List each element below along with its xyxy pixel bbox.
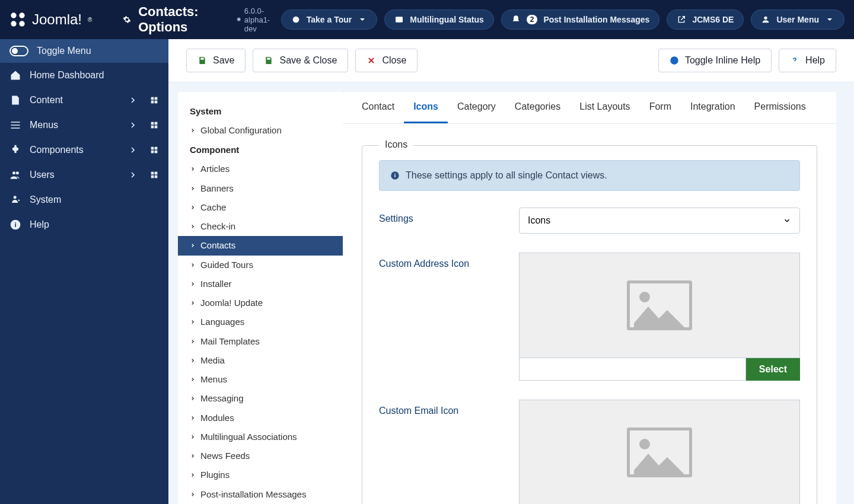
svg-rect-11 xyxy=(151,122,154,125)
save-close-button[interactable]: Save & Close xyxy=(253,49,348,72)
nav-guided-tours[interactable]: Guided Tours xyxy=(178,256,343,275)
nav-news-feeds[interactable]: News Feeds xyxy=(178,446,343,465)
options-nav: System Global Configuration Component Ar… xyxy=(178,92,343,504)
sidebar-item-help[interactable]: iHelp xyxy=(0,212,168,237)
svg-rect-15 xyxy=(151,147,154,150)
site-link-pill[interactable]: JCMS6 DE xyxy=(667,9,744,30)
sidebar-item-menus[interactable]: Menus xyxy=(0,113,168,138)
nav-mail-templates[interactable]: Mail Templates xyxy=(178,332,343,351)
brand[interactable]: Joomla! ® xyxy=(9,11,113,28)
sidebar-item-content[interactable]: Content xyxy=(0,88,168,113)
svg-point-6 xyxy=(764,17,767,20)
help-button[interactable]: Help xyxy=(779,49,836,72)
tab-categories[interactable]: Categories xyxy=(505,92,570,123)
nav-link-label: Contacts xyxy=(200,240,235,251)
sidebar-item-label: Help xyxy=(30,219,49,230)
nav-modules[interactable]: Modules xyxy=(178,409,343,428)
tabs: ContactIconsCategoryCategoriesList Layou… xyxy=(343,92,836,124)
icons-fieldset: Icons i These settings apply to all sing… xyxy=(362,145,817,504)
bell-icon xyxy=(511,15,521,24)
tab-contact[interactable]: Contact xyxy=(352,92,404,123)
svg-text:i: i xyxy=(14,221,16,228)
sidebar-item-users[interactable]: Users xyxy=(0,162,168,187)
address-media-preview[interactable] xyxy=(519,253,800,358)
nav-link-label: Mail Templates xyxy=(200,336,260,347)
tab-panel: ContactIconsCategoryCategoriesList Layou… xyxy=(343,92,836,504)
nav-link-label: Media xyxy=(200,355,225,366)
nav-joomla-update[interactable]: Joomla! Update xyxy=(178,294,343,312)
nav-menus[interactable]: Menus xyxy=(178,370,343,389)
svg-rect-14 xyxy=(155,126,158,129)
nav-media[interactable]: Media xyxy=(178,351,343,370)
save-close-label: Save & Close xyxy=(279,55,337,66)
info-icon: i xyxy=(390,171,400,180)
nav-post-installation-messages[interactable]: Post-installation Messages xyxy=(178,485,343,504)
site-link-label: JCMS6 DE xyxy=(692,15,734,24)
nav-link-label: Joomla! Update xyxy=(200,297,263,309)
close-button[interactable]: Close xyxy=(355,49,418,72)
svg-point-31 xyxy=(639,292,650,302)
chevron-right-icon xyxy=(190,262,196,268)
nav-banners[interactable]: Banners xyxy=(178,179,343,198)
chevron-down-icon xyxy=(358,15,367,24)
nav-articles[interactable]: Articles xyxy=(178,160,343,178)
settings-select[interactable]: Icons xyxy=(519,208,800,234)
nav-link-label: Installer xyxy=(200,278,232,290)
nav-languages[interactable]: Languages xyxy=(178,312,343,331)
user-icon xyxy=(761,15,770,24)
tab-list-layouts[interactable]: List Layouts xyxy=(570,92,639,123)
custom-address-row: Custom Address Icon Select xyxy=(379,253,800,381)
multilingual-pill[interactable]: Multilingual Status xyxy=(384,9,493,30)
email-media-preview[interactable] xyxy=(519,400,800,504)
nav-link-label: Cache xyxy=(200,202,226,213)
address-select-button[interactable]: Select xyxy=(746,358,800,381)
nav-link-label: Messaging xyxy=(200,393,244,404)
sidebar-item-home-dashboard[interactable]: Home Dashboard xyxy=(0,63,168,88)
svg-rect-18 xyxy=(155,151,158,154)
page-title-area: Contacts: Options xyxy=(123,4,210,35)
svg-text:i: i xyxy=(394,173,396,178)
user-menu-label: User Menu xyxy=(776,15,819,24)
toggle-inline-help-button[interactable]: Toggle Inline Help xyxy=(658,49,772,72)
chevron-right-icon xyxy=(190,434,196,440)
chevron-right-icon xyxy=(128,95,138,105)
svg-point-0 xyxy=(11,12,16,18)
toggle-menu[interactable]: Toggle Menu xyxy=(0,39,168,63)
nav-link-label: Plugins xyxy=(200,469,230,481)
version: 6.0.0-alpha1-dev xyxy=(236,7,281,33)
tab-integration[interactable]: Integration xyxy=(681,92,745,123)
map-icon xyxy=(291,15,301,24)
nav-installer[interactable]: Installer xyxy=(178,275,343,294)
sidebar-item-system[interactable]: System xyxy=(0,187,168,212)
nav-multilingual-associations[interactable]: Multilingual Associations xyxy=(178,428,343,446)
brand-text: Joomla! xyxy=(32,11,82,28)
users-icon xyxy=(9,169,21,181)
nav-contacts[interactable]: Contacts xyxy=(178,236,343,255)
tab-form[interactable]: Form xyxy=(640,92,681,123)
take-tour-pill[interactable]: Take a Tour xyxy=(281,9,378,30)
sidebar-item-components[interactable]: Components xyxy=(0,138,168,162)
tab-icons[interactable]: Icons xyxy=(404,92,448,123)
tab-category[interactable]: Category xyxy=(448,92,505,123)
sidebar-item-label: Components xyxy=(30,145,84,155)
sidebar-item-label: Menus xyxy=(30,120,58,130)
nav-cache[interactable]: Cache xyxy=(178,198,343,217)
header: Joomla! ® Contacts: Options 6.0.0-alpha1… xyxy=(0,0,854,39)
nav-check-in[interactable]: Check-in xyxy=(178,217,343,236)
save-button[interactable]: Save xyxy=(186,49,246,72)
nav-global-config-label: Global Configuration xyxy=(200,125,282,136)
address-media-input[interactable] xyxy=(519,358,746,381)
main: Save Save & Close Close Toggle Inline He… xyxy=(168,39,854,504)
chevron-down-icon xyxy=(825,15,834,24)
nav-messaging[interactable]: Messaging xyxy=(178,389,343,408)
save-icon xyxy=(264,56,273,65)
post-install-pill[interactable]: 2 Post Installation Messages xyxy=(501,9,660,30)
post-install-label: Post Installation Messages xyxy=(543,15,649,24)
chevron-right-icon xyxy=(190,453,196,459)
custom-email-label: Custom Email Icon xyxy=(379,400,519,416)
nav-global-config[interactable]: Global Configuration xyxy=(178,121,343,140)
image-placeholder-icon xyxy=(627,280,692,330)
nav-plugins[interactable]: Plugins xyxy=(178,465,343,484)
user-menu-pill[interactable]: User Menu xyxy=(751,9,845,30)
tab-permissions[interactable]: Permissions xyxy=(745,92,815,123)
